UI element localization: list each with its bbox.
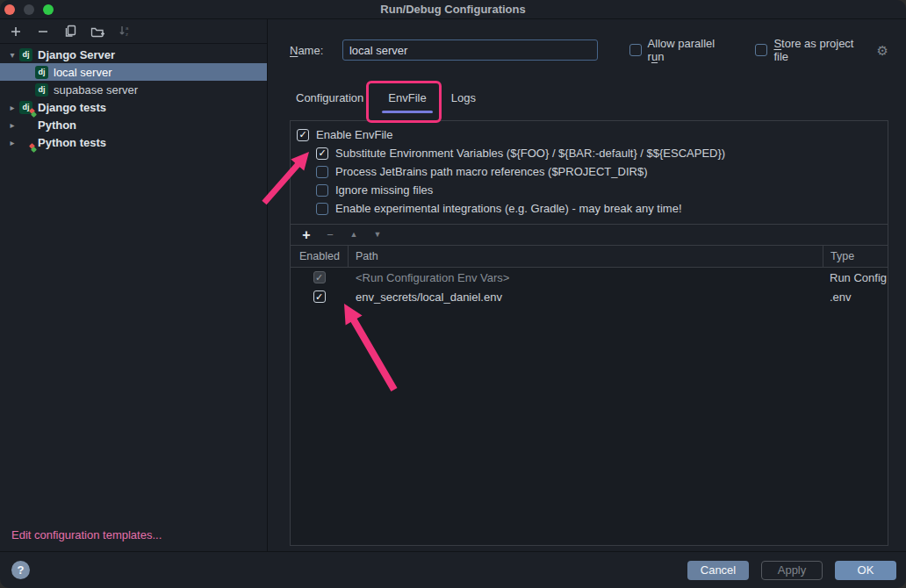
django-tests-icon: dj	[19, 101, 32, 114]
tab-configuration[interactable]: Configuration	[294, 91, 365, 104]
minimize-window-button[interactable]	[24, 4, 34, 15]
column-header-path[interactable]: Path	[348, 246, 823, 267]
zoom-window-button[interactable]	[43, 4, 54, 15]
configurations-tree: ▾ dj Django Server dj local server dj su…	[0, 46, 267, 151]
run-debug-configurations-dialog: Run/Debug Configurations az	[0, 0, 906, 588]
option-experimental-integrations[interactable]: Enable experimental integrations (e.g. G…	[291, 199, 888, 218]
add-env-file-icon[interactable]: +	[300, 228, 313, 242]
store-as-project-file-option: Store as project file	[755, 37, 871, 63]
ok-button[interactable]: OK	[835, 561, 896, 580]
tab-logs[interactable]: Logs	[449, 91, 478, 104]
name-label: Name:	[290, 44, 342, 57]
tab-envfile[interactable]: EnvFile	[386, 91, 428, 104]
tree-item-local-server[interactable]: dj local server	[0, 63, 267, 81]
svg-text:z: z	[126, 32, 128, 37]
option-ignore-missing-files[interactable]: Ignore missing files	[291, 181, 888, 199]
help-icon[interactable]: ?	[11, 561, 30, 579]
allow-parallel-run-label: Allow parallel run	[648, 37, 735, 63]
edit-configuration-templates-link[interactable]: Edit configuration templates...	[11, 528, 162, 541]
allow-parallel-run-option: Allow parallel run	[629, 37, 735, 63]
option-enable-envfile[interactable]: Enable EnvFile	[291, 125, 888, 144]
dialog-title: Run/Debug Configurations	[380, 3, 525, 16]
allow-parallel-run-checkbox[interactable]	[629, 44, 642, 56]
configuration-editor: Name: Allow parallel run Store as projec…	[268, 19, 906, 551]
tree-item-python-tests[interactable]: ▸ Python tests	[0, 133, 267, 151]
configurations-sidebar: az ▾ dj Django Server dj local server dj…	[0, 19, 268, 551]
experimental-integrations-checkbox[interactable]	[316, 203, 328, 215]
table-row-env-secrets-file[interactable]: env_secrets/local_daniel.env .env	[291, 287, 888, 306]
titlebar: Run/Debug Configurations	[0, 0, 906, 19]
move-up-icon[interactable]: ▲	[348, 231, 360, 239]
column-header-enabled[interactable]: Enabled	[291, 246, 348, 267]
django-icon: dj	[35, 66, 48, 79]
apply-button[interactable]: Apply	[761, 561, 823, 580]
process-path-macros-checkbox[interactable]	[316, 166, 328, 178]
tree-item-supabase-server[interactable]: dj supabase server	[0, 81, 267, 98]
substitute-env-vars-checkbox[interactable]	[316, 147, 328, 160]
python-tests-icon	[19, 136, 32, 149]
gear-icon[interactable]: ⚙	[877, 44, 888, 57]
django-icon: dj	[19, 48, 32, 61]
cancel-button[interactable]: Cancel	[687, 561, 749, 580]
store-as-project-file-label: Store as project file	[773, 37, 871, 63]
envfile-panel: Enable EnvFile Substitute Environment Va…	[290, 120, 888, 546]
move-down-icon[interactable]: ▼	[371, 231, 384, 239]
dialog-footer: ? Cancel Apply OK	[0, 551, 906, 588]
column-header-type[interactable]: Type	[823, 246, 888, 267]
chevron-right-icon[interactable]: ▸	[5, 120, 19, 130]
chevron-right-icon[interactable]: ▸	[5, 138, 19, 147]
tree-item-python[interactable]: ▸ Python	[0, 116, 267, 133]
svg-text:a: a	[126, 25, 129, 31]
python-icon	[19, 118, 32, 132]
add-configuration-icon[interactable]	[7, 23, 25, 40]
new-folder-icon[interactable]	[89, 23, 106, 40]
store-as-project-file-checkbox[interactable]	[755, 44, 767, 56]
row-enabled-checkbox	[313, 271, 326, 283]
option-process-path-macros[interactable]: Process JetBrains path macro references …	[291, 162, 888, 181]
table-row-run-configuration-env-vars[interactable]: <Run Configuration Env Vars> Run Config	[291, 268, 888, 287]
chevron-down-icon[interactable]: ▾	[5, 50, 19, 60]
name-input[interactable]	[342, 39, 598, 61]
envfile-table-toolbar: + − ▲ ▼	[291, 225, 888, 246]
row-enabled-checkbox[interactable]	[313, 290, 326, 303]
sort-configurations-icon[interactable]: az	[116, 23, 133, 40]
enable-envfile-checkbox[interactable]	[297, 129, 309, 141]
envfile-table-header: Enabled Path Type	[291, 246, 888, 268]
copy-configuration-icon[interactable]	[61, 23, 79, 40]
remove-configuration-icon[interactable]	[34, 23, 52, 40]
chevron-right-icon[interactable]: ▸	[5, 103, 19, 112]
traffic-lights	[4, 4, 54, 15]
envfile-table: + − ▲ ▼ Enabled Path Type <Run Configura…	[291, 224, 888, 545]
tree-item-django-tests[interactable]: ▸ dj Django tests	[0, 98, 267, 116]
option-substitute-env-vars[interactable]: Substitute Environment Variables (${FOO}…	[291, 144, 888, 162]
tree-item-django-server[interactable]: ▾ dj Django Server	[0, 46, 267, 63]
sidebar-toolbar: az	[0, 19, 267, 44]
envfile-options: Enable EnvFile Substitute Environment Va…	[291, 121, 888, 224]
django-icon: dj	[35, 83, 48, 97]
configuration-tabs: Configuration EnvFile Logs	[294, 87, 888, 108]
ignore-missing-files-checkbox[interactable]	[316, 184, 328, 197]
remove-env-file-icon[interactable]: −	[324, 229, 336, 240]
name-row: Name: Allow parallel run Store as projec…	[290, 39, 888, 61]
close-window-button[interactable]	[4, 4, 15, 15]
footer-buttons: Cancel Apply OK	[687, 561, 896, 580]
